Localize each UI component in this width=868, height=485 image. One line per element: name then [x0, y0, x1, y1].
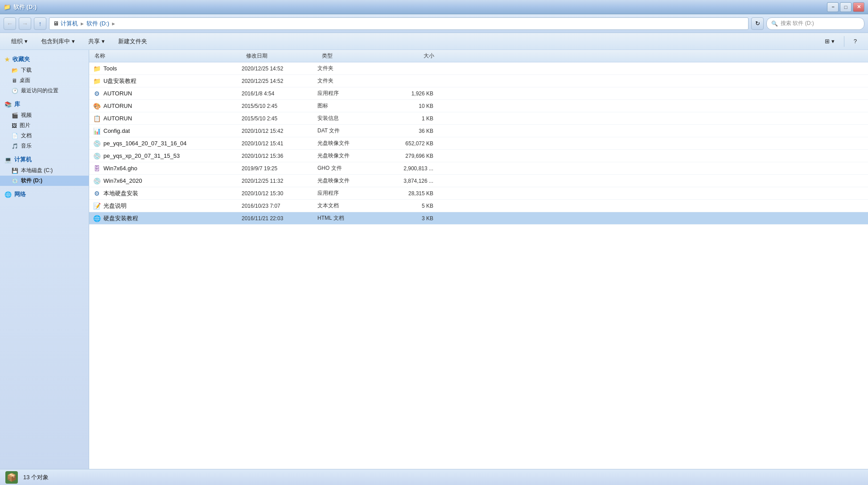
file-size: 36 KB: [380, 128, 433, 134]
table-row[interactable]: 🗄 Win7x64.gho 2019/9/7 19:25 GHO 文件 2,90…: [89, 162, 868, 175]
table-row[interactable]: 📁 U盘安装教程 2020/12/25 14:52 文件夹: [89, 75, 868, 87]
file-size: 10 KB: [380, 103, 433, 109]
sidebar-item-music[interactable]: 🎵 音乐: [0, 141, 89, 151]
file-type: 安装信息: [317, 115, 380, 122]
help-button[interactable]: ?: [848, 35, 863, 48]
favorites-star-icon: ★: [4, 56, 10, 63]
sidebar-item-desktop[interactable]: 🖥 桌面: [0, 75, 89, 86]
share-button[interactable]: 共享 ▾: [82, 35, 111, 48]
file-name: U盘安装教程: [103, 77, 242, 85]
search-bar[interactable]: 🔍 搜索 软件 (D:): [766, 17, 864, 30]
sidebar-section-network: 🌐 网络: [0, 189, 89, 200]
forward-button[interactable]: →: [19, 17, 31, 30]
table-row[interactable]: 🌐 硬盘安装教程 2016/11/21 22:03 HTML 文档 3 KB: [89, 212, 868, 225]
file-icon: 📊: [93, 127, 101, 135]
file-name: Config.dat: [103, 127, 242, 134]
table-row[interactable]: 📝 光盘说明 2016/10/23 7:07 文本文档 5 KB: [89, 200, 868, 212]
sidebar-item-recent[interactable]: 🕐 最近访问的位置: [0, 86, 89, 96]
file-name: pe_yqs_xp_20_07_31_15_53: [103, 152, 242, 159]
music-label: 音乐: [21, 142, 32, 150]
help-icon: ?: [854, 38, 857, 45]
refresh-button[interactable]: ↻: [751, 17, 764, 30]
sidebar-item-picture[interactable]: 🖼 图片: [0, 120, 89, 131]
sidebar-item-video[interactable]: 🎬 视频: [0, 110, 89, 120]
include-library-label: 包含到库中: [41, 37, 70, 45]
new-folder-button[interactable]: 新建文件夹: [112, 35, 153, 48]
file-type: 应用程序: [317, 189, 380, 197]
table-row[interactable]: 💿 pe_yqs_xp_20_07_31_15_53 2020/10/12 15…: [89, 150, 868, 162]
table-row[interactable]: ⚙ 本地硬盘安装 2020/10/12 15:30 应用程序 28,315 KB: [89, 187, 868, 200]
file-type: 光盘映像文件: [317, 152, 380, 160]
table-row[interactable]: 📋 AUTORUN 2015/5/10 2:45 安装信息 1 KB: [89, 112, 868, 125]
sidebar: ★ 收藏夹 📂 下载 🖥 桌面 🕐 最近访问的位置 📚 库: [0, 50, 89, 469]
up-button[interactable]: ↑: [34, 17, 46, 30]
computer-sidebar-icon: 💻: [4, 156, 12, 163]
file-size: 279,696 KB: [380, 153, 433, 159]
col-header-date[interactable]: 修改日期: [244, 52, 320, 60]
breadcrumb-drive-d[interactable]: 软件 (D:): [86, 20, 109, 28]
window-title: 软件 (D:): [13, 3, 37, 11]
views-button[interactable]: ⊞ ▾: [819, 35, 840, 48]
file-name: Win7x64.gho: [103, 165, 242, 172]
file-size: 652,072 KB: [380, 140, 433, 147]
search-placeholder: 搜索 软件 (D:): [781, 20, 814, 27]
col-header-size[interactable]: 大小: [383, 52, 436, 60]
network-icon: 🌐: [4, 191, 12, 198]
file-size: 3,874,126 ...: [380, 178, 433, 184]
toolbar: 组织 ▾ 包含到库中 ▾ 共享 ▾ 新建文件夹 ⊞ ▾ ?: [0, 33, 868, 50]
file-name: AUTORUN: [103, 115, 242, 122]
sidebar-item-drive-c[interactable]: 💾 本地磁盘 (C:): [0, 165, 89, 176]
sidebar-section-favorites: ★ 收藏夹 📂 下载 🖥 桌面 🕐 最近访问的位置: [0, 53, 89, 96]
status-bar: 📦 13 个对象: [0, 469, 868, 485]
file-name: AUTORUN: [103, 90, 242, 97]
file-icon: ⚙: [93, 189, 101, 197]
file-rows-container: 📁 Tools 2020/12/25 14:52 文件夹 📁 U盘安装教程 20…: [89, 62, 868, 225]
close-button[interactable]: ✕: [853, 2, 864, 12]
file-size: 28,315 KB: [380, 190, 433, 197]
file-date: 2020/10/12 15:41: [242, 140, 317, 147]
file-icon: 💿: [93, 177, 101, 185]
file-name: 本地硬盘安装: [103, 189, 242, 197]
sidebar-header-favorites[interactable]: ★ 收藏夹: [0, 53, 89, 65]
file-date: 2020/12/25 14:52: [242, 78, 317, 84]
file-name: 光盘说明: [103, 202, 242, 210]
file-icon: 📁: [93, 65, 101, 73]
organize-label: 组织: [11, 37, 23, 45]
maximize-button[interactable]: □: [840, 2, 852, 12]
sidebar-item-drive-d[interactable]: 💿 软件 (D:): [0, 176, 89, 186]
minimize-button[interactable]: －: [827, 2, 839, 12]
sidebar-header-library[interactable]: 📚 库: [0, 99, 89, 110]
library-label: 库: [14, 100, 20, 108]
include-library-button[interactable]: 包含到库中 ▾: [35, 35, 81, 48]
status-count: 13 个对象: [23, 473, 49, 481]
table-row[interactable]: 🎨 AUTORUN 2015/5/10 2:45 图标 10 KB: [89, 100, 868, 112]
sidebar-item-document[interactable]: 📄 文档: [0, 131, 89, 141]
document-label: 文档: [21, 132, 32, 140]
main-layout: ★ 收藏夹 📂 下载 🖥 桌面 🕐 最近访问的位置 📚 库: [0, 50, 868, 469]
file-date: 2016/1/8 4:54: [242, 90, 317, 97]
col-header-name[interactable]: 名称: [93, 52, 244, 60]
file-date: 2020/12/25 11:32: [242, 178, 317, 184]
sidebar-item-download[interactable]: 📂 下载: [0, 65, 89, 75]
table-row[interactable]: 💿 Win7x64_2020 2020/12/25 11:32 光盘映像文件 3…: [89, 175, 868, 187]
file-date: 2015/5/10 2:45: [242, 115, 317, 122]
file-icon: 🗄: [93, 164, 101, 173]
file-date: 2020/10/12 15:30: [242, 190, 317, 197]
breadcrumb-computer[interactable]: 计算机: [61, 20, 78, 28]
picture-icon: 🖼: [12, 123, 17, 129]
recent-icon: 🕐: [12, 88, 18, 94]
table-row[interactable]: 💿 pe_yqs_1064_20_07_31_16_04 2020/10/12 …: [89, 137, 868, 150]
back-button[interactable]: ←: [4, 17, 16, 30]
sidebar-header-computer[interactable]: 💻 计算机: [0, 154, 89, 165]
table-row[interactable]: 📁 Tools 2020/12/25 14:52 文件夹: [89, 62, 868, 75]
share-dropdown-icon: ▾: [102, 38, 105, 45]
file-name: 硬盘安装教程: [103, 214, 242, 222]
breadcrumb-bar[interactable]: 🖥 计算机 ► 软件 (D:) ►: [49, 17, 749, 30]
address-bar: ← → ↑ 🖥 计算机 ► 软件 (D:) ► ↻ 🔍 搜索 软件 (D:): [0, 14, 868, 33]
table-row[interactable]: ⚙ AUTORUN 2016/1/8 4:54 应用程序 1,926 KB: [89, 87, 868, 100]
sidebar-header-network[interactable]: 🌐 网络: [0, 189, 89, 200]
col-header-type[interactable]: 类型: [320, 52, 383, 60]
organize-button[interactable]: 组织 ▾: [5, 35, 33, 48]
table-row[interactable]: 📊 Config.dat 2020/10/12 15:42 DAT 文件 36 …: [89, 125, 868, 137]
drive-d-label: 软件 (D:): [21, 177, 42, 185]
